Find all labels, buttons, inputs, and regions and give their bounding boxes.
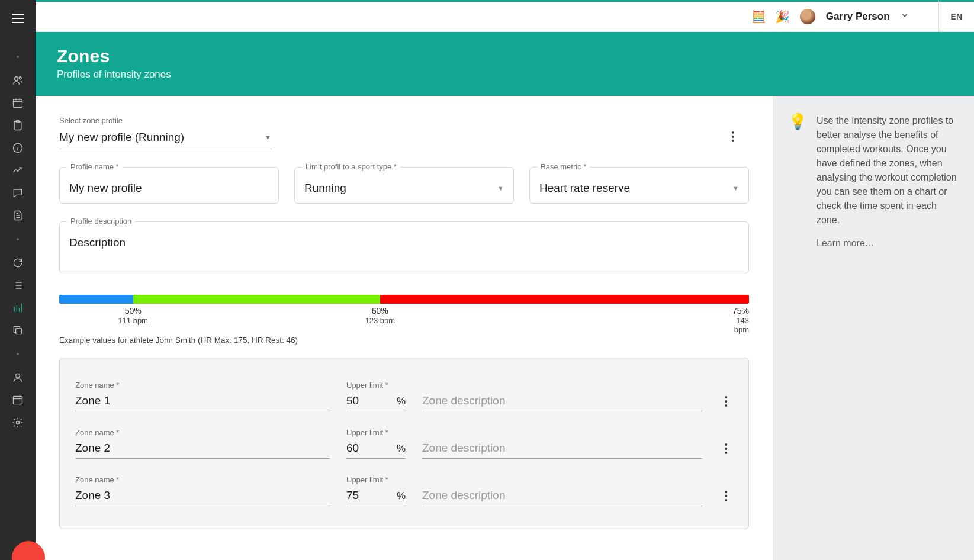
select-profile-value: My new profile (Running) [59,131,184,144]
base-metric-field[interactable]: Base metric * Heart rate reserve ▼ [529,167,749,204]
zone-upper-input[interactable] [346,489,376,502]
zone-bar-tick: 60%123 bpm [365,306,395,325]
dropdown-icon: ▼ [265,134,271,141]
document-icon[interactable] [12,210,24,221]
main: 🧮 🎉 Garry Person EN Zones Profiles of in… [36,0,974,560]
page-title: Zones [57,46,953,66]
layout-icon[interactable] [12,394,24,406]
zone-desc-label [422,381,702,390]
zone-upper-unit: % [397,395,406,407]
profile-name-input[interactable] [69,182,269,195]
help-tip-text: Use the intensity zone profiles to bette… [817,114,959,227]
topbar: 🧮 🎉 Garry Person EN [36,0,974,32]
zone-bar-tick: 50%111 bpm [118,306,148,325]
zone-row: Zone name *Upper limit *% [75,369,733,416]
field-label: Limit profil to a sport type * [302,162,400,171]
zone-upper-unit: % [397,490,406,502]
content: Select zone profile My new profile (Runn… [36,96,773,560]
zone-row-menu[interactable] [719,443,733,454]
chat-icon[interactable] [12,187,24,199]
nav-separator [17,353,19,355]
svg-point-9 [17,421,20,424]
user-icon[interactable] [12,372,24,384]
field-label: Profile name * [67,162,123,171]
svg-point-1 [19,77,21,79]
athletes-icon[interactable] [12,75,24,86]
page-banner: Zones Profiles of intensity zones [36,32,974,96]
zone-upper-input[interactable] [346,394,376,407]
sport-type-value: Running [304,182,346,195]
zone-name-input[interactable] [75,442,330,455]
menu-icon[interactable] [7,7,29,32]
zone-name-label: Zone name * [75,428,330,437]
select-profile-dropdown[interactable]: My new profile (Running) ▼ [59,128,272,149]
calculator-icon[interactable]: 🧮 [753,10,766,23]
svg-rect-2 [14,99,22,107]
celebrate-icon[interactable]: 🎉 [776,10,789,23]
zone-bar-segment [133,295,380,304]
zone-upper-input[interactable] [346,442,376,455]
zone-bar [59,295,749,304]
svg-point-7 [16,374,20,378]
svg-rect-8 [14,396,22,404]
select-profile-label: Select zone profile [59,116,272,125]
info-icon[interactable] [12,142,24,154]
learn-more-link[interactable]: Learn more… [817,238,959,249]
zone-bar-tick: 75%143 bpm [732,306,749,334]
chevron-down-icon[interactable] [901,11,909,22]
zone-upper-label: Upper limit * [346,475,406,484]
help-aside: 💡 Use the intensity zone profiles to bet… [773,96,974,560]
avatar[interactable] [800,9,815,24]
zone-desc-input[interactable] [422,394,702,407]
zone-desc-input[interactable] [422,442,702,455]
copy-icon[interactable] [12,324,24,336]
zone-bar-ticks: 50%111 bpm60%123 bpm75%143 bpm [59,306,749,330]
trend-icon[interactable] [12,165,24,176]
nav-separator [17,238,19,240]
clipboard-icon[interactable] [12,120,24,131]
zone-name-input[interactable] [75,489,330,502]
profile-name-field[interactable]: Profile name * [59,167,279,204]
zone-upper-unit: % [397,443,406,455]
zone-bar-segment [59,295,133,304]
gear-icon[interactable] [12,417,24,429]
page-subtitle: Profiles of intensity zones [57,69,953,81]
dropdown-icon: ▼ [497,185,504,192]
user-menu[interactable]: Garry Person [826,11,890,22]
zone-desc-label [422,428,702,437]
refresh-icon[interactable] [12,257,24,269]
zone-name-input[interactable] [75,394,330,407]
sidebar [0,0,36,560]
list-icon[interactable] [12,279,24,291]
nav-separator [17,56,19,58]
sport-type-field[interactable]: Limit profil to a sport type * Running ▼ [294,167,514,204]
zone-upper-label: Upper limit * [346,428,406,437]
lightbulb-icon: 💡 [788,114,807,249]
zone-upper-label: Upper limit * [346,381,406,390]
field-label: Base metric * [537,162,590,171]
zone-desc-input[interactable] [422,489,702,502]
zone-desc-label [422,475,702,484]
svg-point-0 [15,77,18,81]
language-switcher[interactable]: EN [938,1,974,33]
zone-row-menu[interactable] [719,396,733,407]
profile-actions-menu[interactable] [724,128,742,146]
zone-row: Zone name *Upper limit *% [75,464,733,511]
svg-rect-6 [16,329,22,334]
zone-name-label: Zone name * [75,475,330,484]
zones-card: Zone name *Upper limit *% Zone name *Upp… [59,358,749,529]
zone-row: Zone name *Upper limit *% [75,416,733,464]
field-label: Profile description [67,217,135,226]
base-metric-value: Heart rate reserve [539,182,630,195]
zone-name-label: Zone name * [75,381,330,390]
profile-description-input[interactable] [69,236,739,249]
zone-bar-segment [380,295,749,304]
zones-icon[interactable] [12,302,24,314]
calendar-icon[interactable] [12,97,24,109]
dropdown-icon: ▼ [732,185,739,192]
example-values-text: Example values for athlete John Smith (H… [59,336,749,345]
zone-row-menu[interactable] [719,491,733,501]
profile-description-field[interactable]: Profile description [59,221,749,273]
